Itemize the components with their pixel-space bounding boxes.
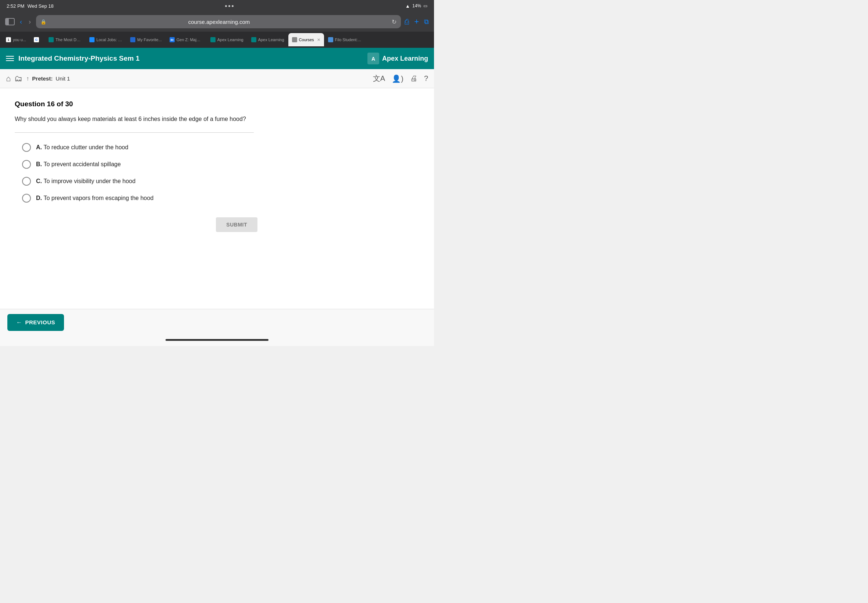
up-arrow-icon[interactable]: ↑ — [26, 76, 29, 82]
tab-gen[interactable]: BI Gen Z: Major... — [166, 33, 206, 46]
previous-button[interactable]: ← PREVIOUS — [7, 314, 64, 331]
tab-favicon-gen: BI — [170, 37, 175, 42]
answer-letter-d: D. — [36, 195, 43, 201]
browser-actions: ⎙ + ⧉ — [405, 17, 429, 26]
answer-option-d[interactable]: D. To prevent vapors from escaping the h… — [22, 194, 419, 203]
time-display: 2:52 PM — [7, 3, 24, 9]
svg-text:A: A — [371, 56, 375, 62]
tab-label-most: The Most De... — [56, 37, 82, 42]
dot-3 — [232, 5, 234, 7]
radio-b[interactable] — [22, 160, 31, 169]
main-content: Question 16 of 30 Why should you always … — [0, 88, 434, 309]
tab-close-courses[interactable]: ✕ — [317, 37, 320, 42]
footer: ← PREVIOUS — [0, 309, 434, 336]
dot-1 — [225, 5, 227, 7]
answer-text-b: B. To prevent accidental spillage — [36, 161, 121, 168]
back-button[interactable]: ‹ — [19, 17, 23, 27]
prev-arrow-icon: ← — [16, 319, 22, 326]
apex-logo: A Apex Learning — [367, 53, 428, 64]
tab-apex1[interactable]: Apex Learning — [207, 33, 247, 46]
tab-favicon-local — [90, 37, 94, 42]
status-bar-center — [225, 5, 234, 7]
home-bar — [166, 339, 269, 341]
answer-option-c[interactable]: C. To improve visibility under the hood — [22, 177, 419, 186]
apex-logo-icon: A — [367, 53, 379, 64]
submit-area: SUBMIT — [15, 217, 265, 232]
date-display: Wed Sep 18 — [27, 3, 53, 9]
status-bar-right: ▲ 14% ▭ — [405, 3, 427, 9]
tab-1[interactable]: 1 you u... — [2, 33, 30, 46]
status-bar-left: 2:52 PM Wed Sep 18 — [7, 3, 54, 9]
tab-filo[interactable]: Filo Student:... — [324, 33, 365, 46]
app-header-left: Integrated Chemistry-Physics Sem 1 — [6, 54, 139, 62]
new-tab-icon[interactable]: + — [414, 17, 419, 26]
help-icon[interactable]: ? — [424, 74, 428, 83]
sub-header-left: ⌂ 🗂 ↑ Pretest: Unit 1 — [6, 74, 70, 83]
tab-label-apex2: Apex Learning — [258, 37, 284, 42]
tab-label-filo: Filo Student:... — [335, 37, 361, 42]
submit-button[interactable]: SUBMIT — [216, 217, 257, 232]
reload-icon[interactable]: ↻ — [392, 19, 396, 25]
question-text: Why should you always keep materials at … — [15, 115, 250, 124]
battery-icon: ▭ — [423, 3, 427, 8]
hamburger-menu[interactable] — [6, 56, 14, 61]
home-icon[interactable]: ⌂ — [6, 74, 11, 83]
url-display: course.apexlearning.com — [49, 19, 389, 25]
sidebar-toggle-icon[interactable] — [5, 18, 15, 25]
radio-c[interactable] — [22, 177, 31, 186]
answer-content-b: To prevent accidental spillage — [43, 161, 121, 167]
tab-favicon-courses — [292, 37, 297, 42]
print-icon[interactable]: 🖨 — [410, 74, 418, 83]
wifi-icon: ▲ — [405, 3, 410, 9]
lock-icon: 🔒 — [40, 19, 46, 25]
tab-favicon-apex1 — [210, 37, 215, 42]
tab-local[interactable]: Local Jobs: 1... — [86, 33, 126, 46]
app-header: Integrated Chemistry-Physics Sem 1 A Ape… — [0, 48, 434, 69]
pretest-unit: Unit 1 — [56, 76, 70, 82]
tab-most[interactable]: The Most De... — [45, 33, 85, 46]
tab-courses[interactable]: Courses ✕ — [288, 33, 324, 46]
pretest-nav: ↑ Pretest: Unit 1 — [26, 76, 70, 82]
tab-favicon-apex2 — [251, 37, 256, 42]
answer-text-a: A. To reduce clutter under the hood — [36, 144, 128, 151]
translate-icon[interactable]: 文A — [373, 74, 385, 83]
tab-fav[interactable]: My Favorite... — [127, 33, 166, 46]
answer-content-c: To improve visibility under the hood — [43, 178, 135, 184]
question-divider — [15, 132, 254, 133]
tab-apex2[interactable]: Apex Learning — [248, 33, 288, 46]
tab-google[interactable]: G — [30, 33, 45, 46]
answer-content-d: To prevent vapors from escaping the hood — [43, 195, 153, 201]
question-header: Question 16 of 30 — [15, 100, 419, 108]
tab-label-gen: Gen Z: Major... — [176, 37, 203, 42]
sub-header-right: 文A 👤) 🖨 ? — [373, 74, 428, 83]
tab-label-1: you u... — [13, 37, 26, 42]
tab-favicon-most — [48, 37, 54, 42]
dot-2 — [228, 5, 230, 7]
answer-text-c: C. To improve visibility under the hood — [36, 178, 135, 185]
answer-option-a[interactable]: A. To reduce clutter under the hood — [22, 143, 419, 152]
answer-option-b[interactable]: B. To prevent accidental spillage — [22, 160, 419, 169]
tabs-icon[interactable]: ⧉ — [424, 18, 429, 26]
radio-a[interactable] — [22, 143, 31, 152]
tab-favicon-filo — [328, 37, 333, 42]
answer-letter-b: B. — [36, 161, 43, 167]
sub-header: ⌂ 🗂 ↑ Pretest: Unit 1 文A 👤) 🖨 ? — [0, 69, 434, 88]
tab-label-fav: My Favorite... — [137, 37, 162, 42]
previous-label: PREVIOUS — [25, 319, 56, 325]
forward-button[interactable]: › — [27, 17, 32, 27]
browser-chrome: ‹ › 🔒 course.apexlearning.com ↻ ⎙ + ⧉ — [0, 12, 434, 32]
answer-content-a: To reduce clutter under the hood — [43, 144, 128, 150]
audio-icon[interactable]: 👤) — [392, 74, 404, 83]
answer-letter-a: A. — [36, 144, 43, 150]
tab-label-apex1: Apex Learning — [217, 37, 243, 42]
answer-text-d: D. To prevent vapors from escaping the h… — [36, 195, 153, 201]
radio-d[interactable] — [22, 194, 31, 203]
answer-letter-c: C. — [36, 178, 43, 184]
pretest-label: Pretest: — [32, 76, 53, 82]
address-bar[interactable]: 🔒 course.apexlearning.com ↻ — [36, 15, 401, 28]
share-icon[interactable]: ⎙ — [405, 18, 409, 26]
tab-label-courses: Courses — [299, 37, 314, 42]
briefcase-icon[interactable]: 🗂 — [14, 74, 22, 83]
course-title: Integrated Chemistry-Physics Sem 1 — [19, 54, 139, 62]
battery-display: 14% — [412, 3, 421, 8]
